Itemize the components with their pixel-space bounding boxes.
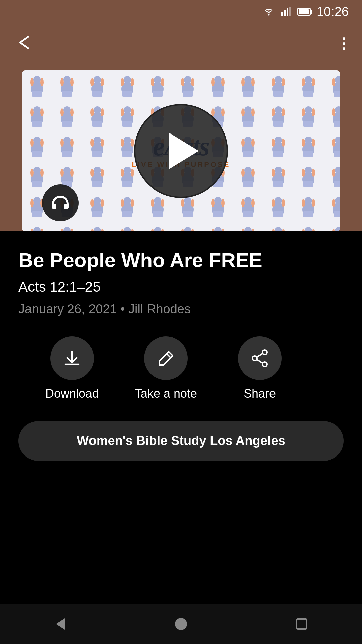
back-button[interactable] bbox=[17, 35, 34, 53]
download-circle bbox=[50, 336, 94, 380]
nav-back-button[interactable] bbox=[52, 615, 69, 632]
svg-point-13 bbox=[252, 356, 257, 361]
action-row: Download Take a note bbox=[18, 336, 344, 401]
thumbnail-area: eActs LIVE WITH PURPOSE bbox=[0, 64, 362, 231]
series-button-label: Women's Bible Study Los Angeles bbox=[77, 434, 285, 448]
take-note-label: Take a note bbox=[135, 387, 197, 401]
share-label: Share bbox=[244, 387, 276, 401]
svg-rect-2 bbox=[284, 10, 286, 16]
nav-recent-button[interactable] bbox=[293, 615, 310, 632]
series-button[interactable]: Women's Bible Study Los Angeles bbox=[18, 421, 344, 461]
headphone-icon bbox=[50, 193, 70, 213]
svg-point-16 bbox=[175, 618, 187, 630]
share-action[interactable]: Share bbox=[213, 336, 307, 401]
note-icon bbox=[156, 348, 176, 368]
headphone-button[interactable] bbox=[42, 184, 79, 221]
battery-icon bbox=[297, 8, 311, 16]
nav-recent-icon bbox=[293, 615, 310, 632]
status-bar: 10:26 bbox=[0, 0, 362, 23]
more-menu-button[interactable] bbox=[343, 34, 345, 54]
svg-rect-3 bbox=[287, 8, 288, 16]
wifi-icon bbox=[262, 7, 275, 16]
sermon-meta: January 26, 2021 • Jill Rhodes bbox=[18, 302, 344, 316]
content-area: Be People Who Are FREE Acts 12:1–25 Janu… bbox=[0, 231, 362, 474]
sermon-title: Be People Who Are FREE bbox=[18, 248, 344, 272]
download-action[interactable]: Download bbox=[25, 336, 119, 401]
svg-marker-15 bbox=[56, 618, 65, 630]
top-nav bbox=[0, 23, 362, 64]
nav-back-icon bbox=[52, 615, 69, 632]
status-time: 10:26 bbox=[317, 5, 349, 19]
share-icon bbox=[250, 348, 270, 368]
nav-home-icon bbox=[173, 615, 189, 632]
svg-point-12 bbox=[262, 350, 267, 355]
svg-point-0 bbox=[268, 14, 269, 16]
sermon-scripture: Acts 12:1–25 bbox=[18, 279, 344, 295]
svg-rect-4 bbox=[289, 7, 291, 16]
download-label: Download bbox=[45, 387, 99, 401]
signal-icon bbox=[281, 7, 291, 16]
download-icon bbox=[62, 348, 82, 368]
take-note-action[interactable]: Take a note bbox=[119, 336, 213, 401]
svg-point-14 bbox=[262, 362, 267, 367]
svg-rect-17 bbox=[297, 619, 307, 629]
play-button[interactable] bbox=[134, 104, 228, 198]
svg-rect-1 bbox=[281, 12, 283, 16]
bottom-nav bbox=[0, 604, 362, 644]
thumbnail-card: eActs LIVE WITH PURPOSE bbox=[22, 70, 340, 231]
nav-home-button[interactable] bbox=[173, 615, 189, 632]
take-note-circle bbox=[144, 336, 188, 380]
share-circle bbox=[238, 336, 282, 380]
